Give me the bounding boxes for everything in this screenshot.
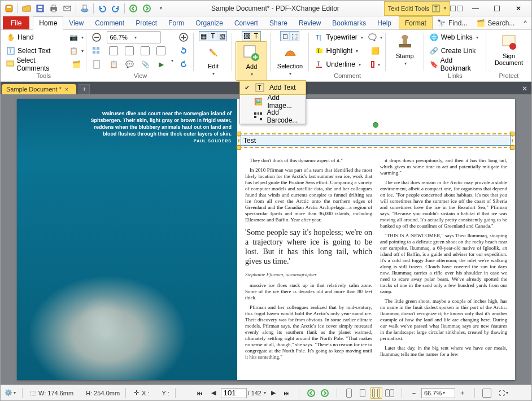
sel-object-icon[interactable]: ⬚ <box>290 32 299 41</box>
clipboard-tool[interactable]: 📋▾ <box>69 45 83 57</box>
selection-button[interactable]: Selection▾ <box>274 41 306 81</box>
note-icon[interactable]: 💬 <box>123 58 136 71</box>
tab-file[interactable]: File <box>3 16 29 29</box>
rotate-ccw-icon[interactable] <box>177 45 190 57</box>
single-page-button[interactable] <box>343 387 355 399</box>
last-page-button[interactable]: ⏭ <box>281 387 293 399</box>
web-links-button[interactable]: 🌐Web Links▾ <box>428 31 483 43</box>
rotate-cw-icon[interactable] <box>177 58 190 71</box>
fit-page-sb-button[interactable] <box>481 387 493 399</box>
email-icon[interactable] <box>61 2 73 15</box>
attach-file-icon[interactable]: 📎 <box>138 58 152 71</box>
play-icon[interactable]: ▶ <box>154 58 168 71</box>
preferences-button[interactable]: 🗂️ <box>69 58 83 71</box>
sticky-note-tool[interactable]: 🗨️▾ <box>369 31 382 43</box>
tab-bookmarks[interactable]: Bookmarks <box>326 16 372 29</box>
zoom-out-sb-button[interactable]: − <box>408 387 420 399</box>
tab-home[interactable]: Home <box>33 16 63 30</box>
menu-add-text[interactable]: ✔T Add Text <box>239 80 306 95</box>
history-forward-button[interactable] <box>319 387 331 399</box>
search-button[interactable]: 🗂️Search... <box>472 16 519 29</box>
edit-button[interactable]: ✏️ Edit▾ <box>197 41 229 81</box>
prev-view-icon[interactable] <box>127 2 139 15</box>
print-icon[interactable] <box>47 2 60 15</box>
fit-page-icon[interactable] <box>123 45 136 57</box>
select-text-tool[interactable]: TSelect Text <box>4 45 66 57</box>
add-button[interactable]: Add▾ <box>236 41 267 81</box>
edit-text-icon[interactable]: T <box>208 32 217 41</box>
resize-handle-ne[interactable] <box>510 132 514 136</box>
close-button[interactable]: ✕ <box>508 1 529 16</box>
text-input[interactable] <box>241 136 511 146</box>
undo-icon[interactable] <box>96 2 108 15</box>
actual-size-icon[interactable] <box>107 45 120 57</box>
redo-icon[interactable] <box>110 2 122 15</box>
stamp-tool-small[interactable]: 🟨 <box>369 45 382 57</box>
document-tab[interactable]: Sample Document * × <box>2 84 76 94</box>
tab-help[interactable]: Help <box>372 16 397 29</box>
qat-dropdown-icon[interactable]: ▾ <box>154 2 167 15</box>
two-page-button[interactable] <box>370 387 382 399</box>
sign-document-button[interactable]: Sign Document <box>490 31 528 71</box>
app-menu-icon[interactable] <box>3 2 15 15</box>
select-comments-tool[interactable]: Select Comments <box>4 58 66 71</box>
zoom-in-sb-button[interactable]: ＋ <box>456 387 469 399</box>
edit-image-icon[interactable]: ▧ <box>217 32 226 41</box>
thumbnails-icon[interactable] <box>90 45 103 57</box>
tab-view[interactable]: View <box>63 16 89 29</box>
add-bookmark-button[interactable]: 🔖Add Bookmark <box>428 58 483 71</box>
zoom-combo[interactable]: 66.7%▾ <box>421 388 455 398</box>
tab-form[interactable]: Form <box>163 16 190 29</box>
scan-icon[interactable] <box>79 2 91 15</box>
tab-protect[interactable]: Protect <box>130 16 163 29</box>
add-image-mode-icon[interactable]: 🖼 <box>242 32 251 41</box>
typewriter-tool[interactable]: TTypewriter▾ <box>312 31 365 43</box>
maximize-button[interactable] <box>486 1 508 16</box>
tab-review[interactable]: Review <box>293 16 326 29</box>
zoom-percent-combo[interactable]: 66.7%▾ <box>107 31 161 43</box>
two-page-continuous-button[interactable] <box>383 387 396 399</box>
clipboard-paste-icon[interactable]: 📋 <box>107 58 120 71</box>
tab-share[interactable]: Share <box>264 16 293 29</box>
continuous-button[interactable] <box>356 387 369 399</box>
edit-all-icon[interactable]: ▦ <box>199 32 208 41</box>
shape-tool[interactable]: ▾ <box>369 58 382 71</box>
zoom-out-button[interactable] <box>90 31 103 43</box>
prev-page-button[interactable]: ◀ <box>207 387 220 399</box>
sel-bounds-icon[interactable]: ◻ <box>281 32 290 41</box>
add-mode-selector[interactable]: 🖼 T <box>242 31 261 41</box>
minimize-button[interactable]: — <box>465 1 486 16</box>
mini-frame-icon[interactable] <box>457 6 463 11</box>
options-gear-icon[interactable]: ⚙️▾ <box>4 387 16 399</box>
hand-tool[interactable]: ✋Hand <box>4 31 66 43</box>
history-back-button[interactable] <box>305 387 317 399</box>
stamp-button[interactable]: Stamp▾ <box>389 31 421 71</box>
resize-handle-nw[interactable] <box>237 132 241 136</box>
first-page-button[interactable]: ⏮ <box>194 387 206 399</box>
rotation-handle[interactable] <box>373 122 378 128</box>
tab-convert[interactable]: Convert <box>229 16 264 29</box>
page-number-input[interactable] <box>221 388 247 398</box>
zoom-in-button[interactable] <box>177 31 190 43</box>
text-edit-overlay[interactable] <box>238 133 513 148</box>
save-icon[interactable] <box>34 2 46 15</box>
menu-add-image[interactable]: 🖼️ Add Image... <box>240 94 306 109</box>
new-tab-button[interactable]: + <box>79 84 90 94</box>
create-link-button[interactable]: 🔗Create Link <box>428 45 483 57</box>
underline-tool[interactable]: TUnderline▾ <box>312 58 365 71</box>
fit-visible-icon[interactable] <box>154 45 168 57</box>
highlight-tool[interactable]: THighlight▾ <box>312 45 365 57</box>
find-button[interactable]: 🔭Find... <box>433 16 472 29</box>
tab-organize[interactable]: Organize <box>190 16 229 29</box>
close-all-tabs-button[interactable]: ✕ <box>518 83 531 94</box>
resize-handle-sw[interactable] <box>237 145 241 150</box>
add-text-mode-icon[interactable]: T <box>251 32 260 41</box>
fullscreen-button[interactable]: ⛶▾ <box>498 387 510 399</box>
doc-icon[interactable] <box>90 58 103 71</box>
tab-format[interactable]: Format <box>399 16 433 29</box>
mini-frame-icon[interactable] <box>450 6 456 11</box>
close-tab-icon[interactable]: × <box>65 86 68 93</box>
next-page-button[interactable]: ▶ <box>267 387 280 399</box>
ribbon-collapse-button[interactable]: ^ <box>519 16 531 29</box>
snapshot-tool[interactable]: 📷▾ <box>69 31 83 43</box>
